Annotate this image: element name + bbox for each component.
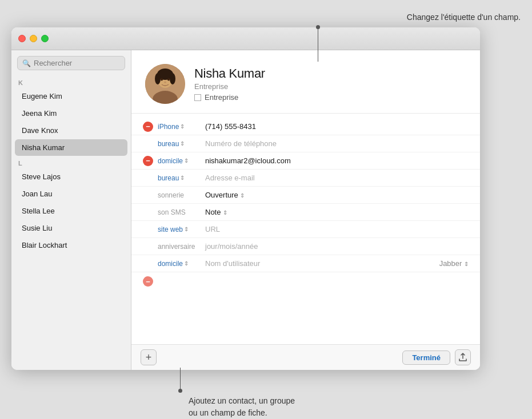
company-checkbox-row: Entreprise (194, 93, 265, 102)
minimize-button[interactable] (30, 35, 37, 42)
svg-point-8 (164, 82, 166, 83)
field-value-anniversaire[interactable]: jour/mois/année (205, 242, 469, 251)
done-button[interactable]: Terminé (402, 350, 450, 365)
bottom-right-buttons: Terminé (402, 349, 471, 365)
search-bar[interactable]: 🔍 (17, 56, 125, 70)
contact-item[interactable]: Jeena Kim (15, 105, 127, 122)
section-header-l: L (11, 156, 131, 168)
app-window: 🔍 K Eugene Kim Jeena Kim Dave Knox Nisha… (11, 27, 480, 370)
field-label-text: son SMS (158, 208, 186, 216)
field-value-sonnerie[interactable]: Ouverture ⇕ (205, 191, 469, 199)
outer-wrapper: Changez l'étiquette d'un champ. 🔍 K (11, 11, 521, 419)
field-label-text: anniversaire (158, 243, 195, 251)
field-row-domicile-email: − domicile ⇕ nishakumar2@icloud.com (131, 152, 480, 170)
field-label-text: iPhone (158, 123, 179, 131)
company-checkbox-label: Entreprise (205, 93, 238, 102)
field-label-iphone[interactable]: iPhone ⇕ (158, 123, 201, 131)
field-row-jabber: domicile ⇕ Nom d'utilisateur Jabber ⇕ (131, 255, 480, 272)
svg-point-4 (170, 73, 175, 84)
contact-item[interactable]: Stella Lee (15, 203, 127, 219)
field-row-site-web: site web ⇕ URL (131, 221, 480, 238)
field-label-text: bureau (158, 174, 179, 182)
delete-button-partial[interactable]: − (143, 276, 153, 287)
callout-top: Changez l'étiquette d'un champ. (407, 11, 521, 23)
field-label-site-web[interactable]: site web ⇕ (158, 225, 201, 233)
callout-dot-bottom (178, 389, 182, 393)
field-value-jabber[interactable]: Nom d'utilisateur (205, 259, 433, 268)
field-label-sonnerie: sonnerie (158, 191, 201, 199)
sidebar: 🔍 K Eugene Kim Jeena Kim Dave Knox Nisha… (11, 50, 131, 370)
share-icon (459, 353, 467, 362)
close-button[interactable] (18, 35, 26, 42)
main-content: 🔍 K Eugene Kim Jeena Kim Dave Knox Nisha… (11, 50, 480, 370)
contact-list: K Eugene Kim Jeena Kim Dave Knox Nisha K… (11, 76, 131, 370)
field-label-text: domicile (158, 260, 183, 268)
field-secondary-jabber[interactable]: Jabber ⇕ (439, 259, 469, 268)
stepper-icon: ⇕ (180, 175, 185, 181)
contact-item[interactable]: Steve Lajos (15, 168, 127, 185)
field-row-partial: − (131, 272, 480, 289)
callout-bottom-line1: Ajoutez un contact, un groupe (189, 395, 295, 407)
callout-top-line1: Changez l'étiquette d'un champ. (407, 11, 521, 23)
traffic-lights (18, 35, 49, 42)
fields-section: − iPhone ⇕ (714) 555-8431 bureau ⇕ (131, 114, 480, 344)
field-value-iphone[interactable]: (714) 555-8431 (205, 122, 469, 131)
field-row-bureau-phone: bureau ⇕ Numéro de téléphone (131, 135, 480, 152)
contact-item-selected[interactable]: Nisha Kumar (15, 139, 127, 156)
add-button[interactable]: + (141, 349, 157, 365)
field-value-son-sms[interactable]: Note ⇕ (205, 208, 469, 216)
contact-company-label: Entreprise (194, 82, 265, 91)
field-row-sonnerie: sonnerie Ouverture ⇕ (131, 187, 480, 204)
stepper-icon: ⇕ (180, 140, 185, 147)
callout-line-bottom (180, 368, 181, 392)
bottom-bar: + Terminé (131, 344, 480, 370)
maximize-button[interactable] (41, 35, 49, 42)
contact-item[interactable]: Dave Knox (15, 122, 127, 139)
stepper-icon: ⇕ (184, 260, 189, 267)
field-row-bureau-email: bureau ⇕ Adresse e-mail (131, 170, 480, 187)
contact-name-section: Nisha Kumar Entreprise Entreprise (194, 64, 265, 102)
svg-point-7 (167, 78, 170, 81)
share-button[interactable] (455, 349, 471, 365)
contact-item[interactable]: Susie Liu (15, 220, 127, 236)
delete-button-email[interactable]: − (143, 156, 153, 166)
section-header-k: K (11, 76, 131, 87)
field-row-anniversaire: anniversaire jour/mois/année (131, 238, 480, 255)
title-bar (11, 27, 480, 50)
field-label-text: domicile (158, 157, 183, 165)
stepper-icon: ⇕ (184, 226, 189, 232)
search-icon: 🔍 (22, 59, 31, 67)
field-label-text: bureau (158, 140, 179, 148)
field-label-text: site web (158, 225, 183, 233)
field-row-son-sms: son SMS Note ⇕ (131, 204, 480, 221)
callout-bottom-line2: ou un champ de fiche. (189, 407, 295, 419)
stepper-icon: ⇕ (184, 158, 189, 164)
field-label-bureau-email[interactable]: bureau ⇕ (158, 174, 201, 182)
field-label-jabber[interactable]: domicile ⇕ (158, 260, 201, 268)
stepper-icon: ⇕ (180, 123, 185, 130)
contact-header: Nisha Kumar Entreprise Entreprise (131, 50, 480, 114)
field-value-domicile-email[interactable]: nishakumar2@icloud.com (205, 156, 469, 165)
svg-point-6 (161, 78, 163, 81)
detail-panel: Nisha Kumar Entreprise Entreprise − (131, 50, 480, 370)
contact-name: Nisha Kumar (194, 66, 265, 81)
contact-item[interactable]: Joan Lau (15, 186, 127, 202)
search-input[interactable] (34, 59, 120, 67)
contact-item[interactable]: Blair Lockhart (15, 237, 127, 253)
company-checkbox[interactable] (194, 94, 201, 101)
field-label-son-sms: son SMS (158, 208, 201, 216)
field-value-site-web[interactable]: URL (205, 225, 469, 233)
field-row-iphone: − iPhone ⇕ (714) 555-8431 (131, 118, 480, 135)
field-label-bureau-phone[interactable]: bureau ⇕ (158, 140, 201, 148)
field-label-domicile-email[interactable]: domicile ⇕ (158, 157, 201, 165)
avatar (145, 64, 185, 104)
field-label-anniversaire: anniversaire (158, 243, 201, 251)
field-label-text: sonnerie (158, 191, 184, 199)
svg-point-3 (155, 73, 161, 84)
contact-item[interactable]: Eugene Kim (15, 88, 127, 104)
field-value-bureau-phone[interactable]: Numéro de téléphone (205, 139, 469, 148)
callout-bottom: Ajoutez un contact, un groupe ou un cham… (189, 395, 295, 419)
field-value-bureau-email[interactable]: Adresse e-mail (205, 174, 469, 182)
delete-button-iphone[interactable]: − (143, 122, 153, 132)
